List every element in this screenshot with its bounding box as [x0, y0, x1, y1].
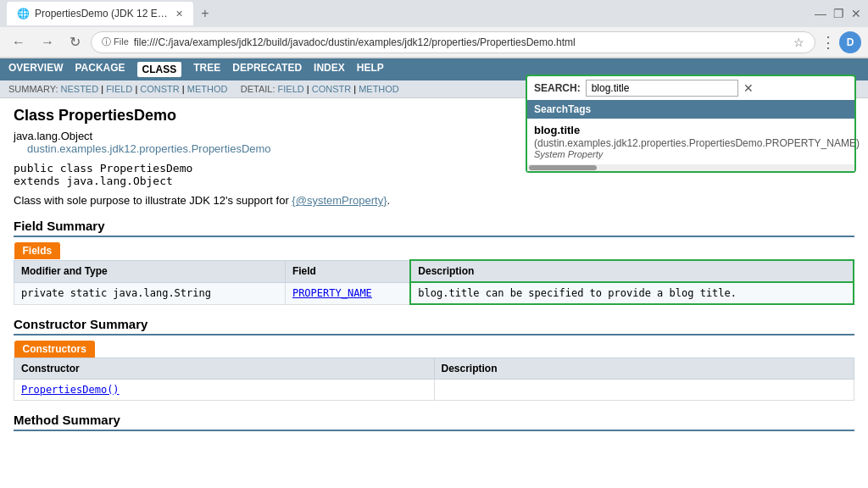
close-button[interactable]: ✕: [851, 7, 861, 20]
constructor-summary-title: Constructor Summary: [14, 317, 854, 336]
browser-tab[interactable]: 🌐 PropertiesDemo (JDK 12 Exampl... ✕: [7, 2, 193, 25]
field-tab-cell: Fields: [14, 242, 854, 260]
detail-method[interactable]: METHOD: [359, 84, 399, 94]
detail-constr[interactable]: CONSTR: [312, 84, 351, 94]
field-name[interactable]: PROPERTY_NAME: [285, 282, 410, 304]
search-scrollbar-thumb: [529, 165, 597, 170]
tab-close-button[interactable]: ✕: [175, 8, 183, 19]
field-description: blog.title can be specified to provide a…: [410, 282, 854, 304]
field-data-row: private static java.lang.String PROPERTY…: [14, 282, 854, 304]
subnav-constr[interactable]: CONSTR: [140, 84, 179, 94]
tab-title: PropertiesDemo (JDK 12 Exampl...: [35, 8, 170, 19]
field-modifier: private static java.lang.String: [14, 282, 286, 304]
navigation-bar: ← → ↻ ⓘ File file:///C:/java/examples/jd…: [0, 27, 868, 58]
nav-class[interactable]: CLASS: [137, 62, 182, 77]
constructor-summary-table: Constructors Constructor Description Pro…: [14, 341, 854, 401]
field-summary-table: Fields Modifier and Type Field Descripti…: [14, 242, 854, 305]
nav-deprecated[interactable]: DEPRECATED: [232, 62, 302, 77]
search-overlay: SEARCH: ✕ SearchTags blog.title (dustin.…: [526, 75, 856, 173]
detail-label: DETAIL:: [241, 84, 278, 94]
field-tab-label: Fields: [14, 242, 61, 259]
minimize-button[interactable]: —: [815, 7, 826, 20]
search-tags-header: SearchTags: [527, 100, 854, 119]
constructor-name[interactable]: PropertiesDemo(): [14, 380, 435, 401]
protocol-icon: ⓘ File: [102, 36, 129, 48]
profile-avatar[interactable]: D: [839, 31, 861, 53]
search-label: SEARCH:: [534, 82, 581, 94]
back-button[interactable]: ←: [7, 33, 31, 52]
address-bar[interactable]: ⓘ File file:///C:/java/examples/jdk12/bu…: [91, 31, 815, 53]
constructor-tab-row: Constructors: [14, 341, 854, 358]
nav-package[interactable]: PACKAGE: [75, 62, 125, 77]
nav-right-controls: ⋮ D: [821, 31, 861, 53]
constructor-tab-label: Constructors: [14, 341, 95, 358]
field-tab-row: Fields: [14, 242, 854, 260]
field-header-field: Field: [285, 260, 410, 282]
forward-button[interactable]: →: [36, 33, 59, 52]
search-result-sub: System Property: [534, 149, 848, 159]
search-scrollbar[interactable]: [527, 164, 854, 171]
javadoc-page: OVERVIEW PACKAGE CLASS TREE DEPRECATED I…: [0, 58, 868, 488]
extensions-icon[interactable]: ⋮: [821, 33, 836, 52]
search-input[interactable]: [586, 80, 738, 97]
reload-button[interactable]: ↻: [64, 32, 86, 52]
restore-button[interactable]: ❐: [833, 7, 844, 20]
class-desc-text: Class with sole purpose to illustrate JD…: [14, 194, 390, 207]
search-dropdown: SearchTags blog.title (dustin.examples.j…: [526, 100, 856, 173]
nav-index[interactable]: INDEX: [314, 62, 345, 77]
address-text: file:///C:/java/examples/jdk12/build/jav…: [134, 36, 788, 48]
constructor-data-row: PropertiesDemo(): [14, 380, 854, 401]
search-result-item[interactable]: blog.title (dustin.examples.jdk12.proper…: [527, 119, 854, 164]
constructor-description: [434, 380, 854, 401]
system-property-link[interactable]: {@systemProperty}: [292, 194, 387, 207]
field-header-description: Description: [410, 260, 854, 282]
constructor-header-constructor: Constructor: [14, 358, 435, 380]
constructor-header-description: Description: [434, 358, 854, 380]
detail-field[interactable]: FIELD: [278, 84, 304, 94]
method-summary-title: Method Summary: [14, 413, 854, 431]
search-result-name: blog.title (dustin.examples.jdk12.proper…: [534, 124, 848, 149]
window-controls: — ❐ ✕: [815, 7, 861, 20]
subnav-field[interactable]: FIELD: [106, 84, 132, 94]
constructor-tab-cell: Constructors: [14, 341, 854, 358]
field-table-header: Modifier and Type Field Description: [14, 260, 854, 282]
constructor-table-header: Constructor Description: [14, 358, 854, 380]
field-link[interactable]: PROPERTY_NAME: [292, 287, 372, 299]
field-summary-title: Field Summary: [14, 219, 854, 237]
constructor-link[interactable]: PropertiesDemo(): [21, 384, 120, 396]
nav-help[interactable]: HELP: [357, 62, 384, 77]
class-description: Class with sole purpose to illustrate JD…: [14, 194, 854, 207]
nav-overview[interactable]: OVERVIEW: [8, 62, 63, 77]
search-result-bold: blog.title: [534, 124, 580, 136]
search-close-icon[interactable]: ✕: [743, 81, 754, 95]
hierarchy-link[interactable]: dustin.examples.jdk12.properties.Propert…: [27, 142, 271, 155]
bookmark-icon[interactable]: ☆: [793, 36, 804, 49]
tab-favicon: 🌐: [17, 8, 30, 19]
nav-tree[interactable]: TREE: [193, 62, 220, 77]
decl-line2: extends java.lang.Object: [14, 175, 854, 187]
field-header-modifier: Modifier and Type: [14, 260, 286, 282]
new-tab-button[interactable]: +: [193, 2, 217, 25]
summary-label: SUMMARY:: [8, 84, 61, 94]
subnav-nested[interactable]: NESTED: [61, 84, 99, 94]
search-result-parens: (dustin.examples.jdk12.properties.Proper…: [534, 137, 860, 149]
subnav-method[interactable]: METHOD: [187, 84, 228, 94]
